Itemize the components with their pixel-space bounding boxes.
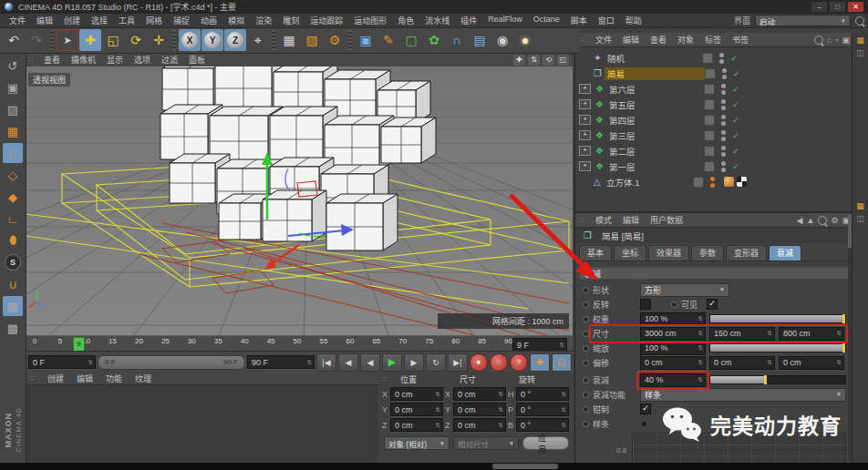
timeline-tick[interactable]: 30 — [188, 337, 196, 345]
model-mode-icon[interactable]: ▣ — [3, 77, 23, 97]
attribute-menu-item[interactable]: 编辑 — [617, 214, 645, 226]
menu-item[interactable]: 帮助 — [620, 15, 647, 26]
redo-icon[interactable]: ↷ — [26, 29, 47, 51]
minimize-panel-icon[interactable]: ▫ — [835, 36, 838, 45]
viewport-solo-icon[interactable]: ⬮ — [3, 230, 23, 250]
visibility-dots[interactable] — [721, 161, 726, 172]
object-axis-mode-icon[interactable]: ∟ — [3, 209, 23, 229]
object-manager-menu-item[interactable]: 编辑 — [617, 34, 645, 46]
falloff-section-header[interactable]: 衰减 — [579, 267, 850, 280]
search-icon[interactable] — [814, 36, 823, 45]
timeline-tick[interactable]: 40 — [241, 337, 249, 345]
panel-tab-icon[interactable]: ▦ — [856, 201, 864, 210]
menu-item[interactable]: 脚本 — [565, 15, 593, 26]
rotate-tool-icon[interactable]: ⟳ — [125, 29, 147, 51]
falloff-function-dropdown[interactable]: 样条 — [640, 388, 846, 402]
move-tool-icon[interactable]: ✚ — [79, 29, 101, 51]
viewport-menu-item[interactable]: 摄像机 — [66, 54, 101, 66]
lock-workplane-icon[interactable]: ▦ — [3, 296, 23, 316]
viewport-menu-item[interactable]: 选项 — [129, 54, 156, 66]
magnet-snap-icon[interactable]: ∪ — [3, 274, 23, 294]
pan-view-icon[interactable]: ✚ — [513, 55, 525, 66]
environment-icon[interactable]: ▤ — [469, 29, 491, 51]
timeline-tick[interactable]: 65 — [372, 337, 380, 345]
layout-icon[interactable]: ▣ — [842, 36, 850, 45]
key-radio-icon[interactable] — [583, 360, 589, 366]
panel-tab-icon[interactable]: ▦ — [856, 36, 864, 45]
render-settings-icon[interactable]: ⚙ — [324, 29, 346, 51]
scale-slider[interactable] — [709, 343, 846, 352]
object-row[interactable]: + ❖ 第一层 ✓ — [575, 158, 853, 174]
object-manager-menu-item[interactable]: 书签 — [727, 34, 754, 46]
mograph-icon[interactable]: ✿ — [423, 29, 445, 51]
object-row[interactable]: + ❖ 第二层 ✓ — [575, 143, 853, 158]
menu-item[interactable]: 流水线 — [419, 15, 455, 26]
object-name[interactable]: 立方体.1 — [606, 176, 693, 189]
coordinate-system-icon[interactable]: ⌖ — [247, 29, 269, 51]
make-editable-icon[interactable]: ↺ — [3, 56, 23, 76]
live-selection-icon[interactable]: ➤ — [57, 29, 78, 51]
tab-effector[interactable]: 效果器 — [648, 245, 689, 261]
panel-handle[interactable]: ∷ — [579, 216, 588, 224]
visible-checkbox[interactable]: ✓ — [707, 299, 718, 310]
undo-icon[interactable]: ↶ — [3, 29, 25, 51]
minimize-button[interactable]: – — [811, 2, 827, 12]
menu-item[interactable]: RealFlow — [482, 15, 528, 26]
timeline-tick[interactable]: 5 — [57, 337, 64, 345]
timeline-tick[interactable]: 35 — [214, 337, 222, 345]
position-x-field[interactable]: 0 cm — [390, 387, 443, 401]
play-reverse-button[interactable]: ◀ — [338, 353, 358, 372]
size-z-field[interactable]: 0 cm — [453, 418, 506, 432]
panel-handle[interactable]: ∷ — [382, 375, 391, 383]
invert-checkbox[interactable] — [640, 299, 651, 310]
edge-mode-icon[interactable]: ◇ — [3, 165, 23, 185]
menu-item[interactable]: 文件 — [4, 15, 31, 26]
menu-item[interactable]: 选择 — [86, 15, 113, 26]
size-mode-dropdown[interactable]: 相对尺寸 — [453, 436, 519, 450]
object-manager-menu-item[interactable]: 标签 — [699, 34, 727, 46]
spline-pen-icon[interactable]: ✎ — [377, 29, 399, 51]
lock-z-axis-icon[interactable]: Z — [224, 29, 246, 51]
offset-x-field[interactable]: 0 cm — [640, 356, 706, 370]
timeline-tick[interactable]: 75 — [425, 337, 433, 345]
layer-chip[interactable] — [704, 146, 715, 157]
scale-tool-icon[interactable]: ◱ — [102, 29, 124, 51]
timeline-tick[interactable]: 25 — [161, 337, 170, 345]
size-z-field[interactable]: 800 cm — [779, 327, 844, 341]
object-row-selected[interactable]: ❒ 简易 ✓ — [575, 66, 853, 81]
object-name[interactable]: 第二层 — [609, 145, 704, 158]
expand-toggle[interactable]: + — [579, 115, 591, 125]
object-row[interactable]: △ 立方体.1 — [575, 174, 853, 189]
falloff-field[interactable]: 40 % — [640, 373, 706, 387]
object-row[interactable]: + ❖ 第三层 ✓ — [575, 128, 853, 143]
history-back-icon[interactable]: ◀ — [797, 216, 803, 225]
visibility-dots[interactable] — [721, 99, 726, 110]
object-manager-menu-item[interactable]: 文件 — [590, 34, 617, 46]
rotation-h-field[interactable]: 0 ° — [516, 387, 569, 401]
enabled-check[interactable]: ✓ — [732, 131, 741, 140]
home-icon[interactable]: ⌂ — [827, 36, 832, 45]
current-frame-field[interactable]: 9 F — [512, 338, 567, 352]
key-position-toggle[interactable]: ✚ — [530, 353, 550, 372]
timeline-tick[interactable]: 80 — [451, 337, 460, 345]
timeline-tick[interactable]: 15 — [108, 337, 117, 345]
horizontal-scrollbar[interactable] — [492, 464, 558, 469]
layer-chip[interactable] — [704, 115, 715, 126]
deformer-icon[interactable]: ∩ — [446, 29, 468, 51]
texture-mode-icon[interactable]: ▨ — [3, 99, 23, 119]
menu-item[interactable]: 插件 — [455, 15, 482, 26]
object-name[interactable]: 第四层 — [609, 114, 704, 127]
menu-item[interactable]: 动画 — [195, 15, 222, 26]
attribute-menu-item[interactable]: 模式 — [590, 214, 617, 226]
menu-item[interactable]: 编辑 — [31, 15, 58, 26]
timeline-tick[interactable]: 20 — [135, 337, 143, 345]
shape-dropdown[interactable]: 方形 — [640, 283, 729, 297]
material-menu-item[interactable]: 创建 — [41, 373, 70, 384]
expand-toggle[interactable]: + — [579, 130, 591, 140]
size-x-field[interactable]: 3000 cm — [640, 327, 706, 341]
loop-button[interactable]: ↻ — [426, 353, 446, 372]
timeline-tick[interactable]: 55 — [320, 337, 328, 345]
toggle-view-icon[interactable]: ◱ — [557, 55, 569, 66]
lock-y-axis-icon[interactable]: Y — [202, 29, 223, 51]
camera-icon[interactable]: ◉ — [491, 29, 513, 51]
